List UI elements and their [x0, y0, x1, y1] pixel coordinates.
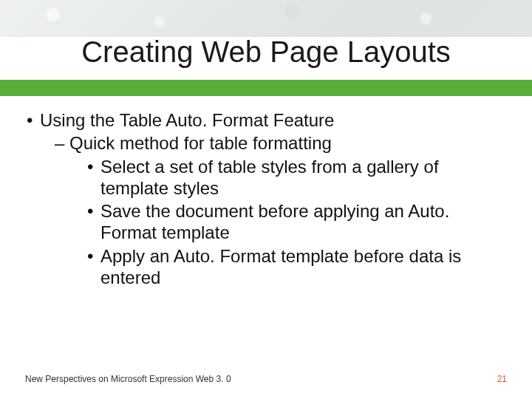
accent-bar — [0, 80, 532, 96]
bullet-level1: Using the Table Auto. Format Feature — [27, 109, 507, 131]
page-number: 21 — [497, 374, 507, 384]
slide-body: Using the Table Auto. Format Feature Qui… — [27, 109, 507, 290]
bullet-level3: Select a set of table styles from a gall… — [27, 156, 507, 200]
bullet-level3: Apply an Auto. Format template before da… — [27, 245, 507, 289]
bullet-level3: Save the document before applying an Aut… — [27, 200, 507, 244]
slide-title: Creating Web Page Layouts — [0, 35, 532, 69]
header-decorative-band — [0, 0, 532, 37]
bullet-level2: Quick method for table formatting — [27, 132, 507, 154]
footer-text: New Perspectives on Microsoft Expression… — [25, 374, 231, 384]
slide: Creating Web Page Layouts Using the Tabl… — [0, 0, 532, 399]
